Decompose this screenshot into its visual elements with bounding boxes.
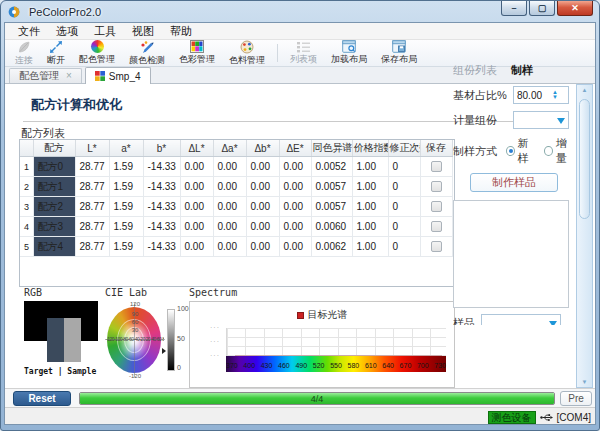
tab-label: Smp_4 — [109, 71, 141, 82]
right-panel-tab-1[interactable]: 制样 — [511, 63, 533, 78]
legend-swatch — [297, 312, 304, 319]
value-cell: 28.77 — [75, 157, 109, 177]
recipe-name-cell[interactable]: 配方1 — [33, 177, 75, 197]
spectrum-panel: Spectrum 目标光谱 ··· ··· ··· 37040043046049… — [189, 287, 457, 385]
menu-item-2[interactable]: 工具 — [86, 23, 124, 40]
value-cell: 0.00 — [180, 177, 213, 197]
title-bar[interactable]: PeColorPro2.0 – ▢ ✕ — [1, 1, 599, 22]
save-checkbox[interactable] — [431, 161, 442, 172]
save-cell — [420, 237, 452, 257]
column-header-11: 保存 — [420, 140, 452, 157]
x-tick-490: 490 — [295, 362, 307, 369]
value-cell: 1.00 — [352, 197, 388, 217]
metering-component-dropdown[interactable] — [513, 111, 569, 129]
lightness-marker — [162, 348, 166, 354]
value-cell: 0.00 — [180, 197, 213, 217]
cielab-panel: CIE Lab 120 90 60 30 -120-100-80-60-40-2… — [105, 287, 189, 385]
save-cell — [420, 197, 452, 217]
menu-item-0[interactable]: 文件 — [10, 23, 48, 40]
value-cell: 1.00 — [352, 157, 388, 177]
reset-button[interactable]: Reset — [13, 391, 71, 406]
toolbar-save-layout[interactable]: 保存布局 — [374, 40, 424, 66]
spectrum-panel-label: Spectrum — [189, 287, 457, 298]
value-cell: 0.0062 — [311, 237, 352, 257]
right-panel-tab-0[interactable]: 组份列表 — [453, 63, 497, 78]
window-title: PeColorPro2.0 — [29, 6, 101, 18]
component-list-box[interactable] — [453, 200, 569, 308]
recipe-name-cell[interactable]: 配方2 — [33, 197, 75, 217]
make-sample-button[interactable]: 制作样品 — [470, 173, 558, 192]
row-number: 5 — [20, 237, 33, 257]
menu-item-1[interactable]: 选项 — [48, 23, 86, 40]
minimize-button[interactable]: – — [501, 1, 527, 16]
column-header-6: Δb* — [246, 140, 279, 157]
column-header-9: 价格指数 — [352, 140, 388, 157]
tab-0[interactable]: 配色管理× — [9, 68, 82, 83]
row-number: 4 — [20, 217, 33, 237]
save-cell — [420, 157, 452, 177]
x-tick-580: 580 — [348, 362, 360, 369]
column-header-8: 同色异谱 — [311, 140, 352, 157]
save-checkbox[interactable] — [431, 181, 442, 192]
toolbar-match-manage[interactable]: 配色管理 — [72, 40, 122, 66]
method-label: 制样方式 — [453, 144, 506, 159]
pre-button[interactable]: Pre — [560, 391, 592, 406]
save-checkbox[interactable] — [431, 241, 442, 252]
sample-dropdown[interactable] — [481, 314, 561, 325]
save-checkbox[interactable] — [431, 221, 442, 232]
column-header-3: b* — [143, 140, 180, 157]
save-checkbox[interactable] — [431, 201, 442, 212]
vertical-scrollbar[interactable]: ▲ ▼ — [576, 84, 593, 388]
connect-icon — [17, 40, 31, 54]
toolbar-color-detect[interactable]: 颜色检测 — [122, 40, 172, 66]
x-tick-370: 370 — [226, 362, 238, 369]
recipe-name-cell[interactable]: 配方4 — [33, 237, 75, 257]
radio-increment[interactable] — [544, 146, 553, 156]
value-cell: 0 — [388, 197, 420, 217]
table-row[interactable]: 1配方028.771.59-14.330.000.000.000.000.005… — [20, 157, 452, 177]
client-area: 文件选项工具视图帮助 连接断开配色管理颜色检测色彩管理色料管理列表项加载布局保存… — [4, 22, 596, 425]
menu-item-4[interactable]: 帮助 — [162, 23, 200, 40]
vertical-scroll-thumb[interactable] — [579, 99, 590, 219]
close-icon[interactable]: × — [66, 72, 72, 80]
radio-new-sample[interactable] — [506, 146, 515, 156]
value-cell: -14.33 — [143, 197, 180, 217]
value-cell: 28.77 — [75, 217, 109, 237]
toolbar-color-manage[interactable]: 色彩管理 — [172, 40, 222, 66]
list-icon — [297, 40, 310, 53]
scroll-down-icon[interactable]: ▼ — [577, 379, 592, 385]
tab-1[interactable]: Smp_4 — [85, 67, 151, 84]
maximize-button[interactable]: ▢ — [529, 1, 555, 16]
value-cell: 1.59 — [109, 157, 143, 177]
lab-ring-label-90: 90 — [132, 311, 139, 317]
close-button[interactable]: ✕ — [557, 1, 593, 16]
table-row[interactable]: 5配方428.771.59-14.330.000.000.000.000.006… — [20, 237, 452, 257]
save-cell — [420, 217, 452, 237]
spin-down-icon[interactable]: ▼ — [552, 95, 558, 100]
toolbar-disconnect[interactable]: 断开 — [40, 40, 72, 66]
value-cell: 0.00 — [246, 197, 279, 217]
tab-label: 配色管理 — [19, 69, 59, 83]
value-cell: 0.0057 — [311, 197, 352, 217]
base-ratio-spinbox: ▲▼ — [513, 86, 569, 104]
scroll-up-icon[interactable]: ▲ — [577, 87, 592, 93]
menu-item-3[interactable]: 视图 — [124, 23, 162, 40]
base-ratio-input[interactable] — [514, 90, 552, 101]
toolbar-label-save-layout: 保存布局 — [381, 53, 417, 66]
value-cell: 1.59 — [109, 177, 143, 197]
recipe-name-cell[interactable]: 配方0 — [33, 157, 75, 177]
cielab-panel-label: CIE Lab — [105, 287, 189, 298]
value-cell: 0.00 — [279, 217, 311, 237]
value-cell: 1.59 — [109, 237, 143, 257]
load-layout-icon — [342, 40, 356, 53]
table-row[interactable]: 4配方328.771.59-14.330.000.000.000.000.006… — [20, 217, 452, 237]
table-row[interactable]: 2配方128.771.59-14.330.000.000.000.000.005… — [20, 177, 452, 197]
recipe-name-cell[interactable]: 配方3 — [33, 217, 75, 237]
toolbar-load-layout[interactable]: 加载布局 — [324, 40, 374, 66]
lab-ring-label-30: 30 — [132, 327, 139, 333]
column-header-7: ΔE* — [279, 140, 311, 157]
value-cell: 0.00 — [246, 237, 279, 257]
table-row[interactable]: 3配方228.771.59-14.330.000.000.000.000.005… — [20, 197, 452, 217]
color-grid-icon — [190, 40, 204, 53]
toolbar-colorant-manage[interactable]: 色料管理 — [222, 40, 272, 66]
